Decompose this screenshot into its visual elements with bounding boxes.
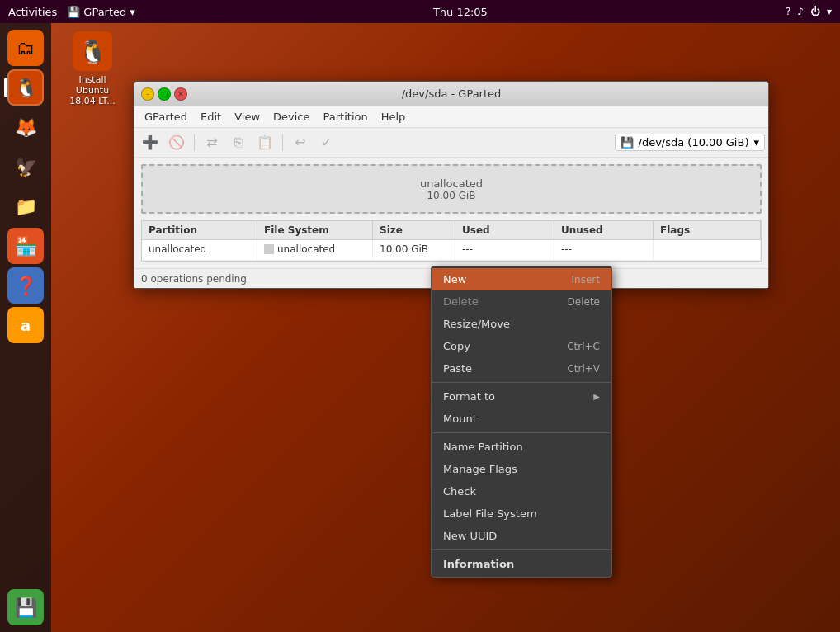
cell-unused: ---: [554, 240, 654, 260]
context-menu: New Insert Delete Delete Resize/Move Cop…: [431, 266, 612, 578]
ctx-new-shortcut: Insert: [572, 274, 600, 285]
dock-amazon-icon[interactable]: a: [7, 307, 44, 343]
ctx-new-label: New: [443, 273, 466, 285]
activities-label[interactable]: Activities: [8, 6, 57, 18]
dock-install-ubuntu-icon[interactable]: 🐧: [7, 69, 44, 106]
toolbar-paste-button[interactable]: 📋: [252, 131, 277, 154]
cell-used: ---: [455, 240, 554, 260]
ctx-sep-3: [432, 549, 611, 550]
menu-partition[interactable]: Partition: [317, 108, 375, 125]
toolbar-delete-button[interactable]: 🚫: [164, 131, 189, 154]
ctx-resize-move-label: Resize/Move: [443, 318, 510, 330]
status-text: 0 operations pending: [141, 273, 247, 285]
ctx-information-label: Information: [443, 558, 514, 570]
dock-gparted-icon[interactable]: 💾: [7, 589, 44, 625]
window-controls: – □ ✕: [141, 87, 187, 101]
dock-files-icon[interactable]: 🗂: [7, 30, 44, 66]
device-label: /dev/sda (10.00 GiB): [639, 136, 749, 149]
menu-edit[interactable]: Edit: [194, 108, 228, 125]
partition-table: Partition File System Size Used Unused F…: [141, 220, 762, 262]
menu-device[interactable]: Device: [267, 108, 316, 125]
ctx-delete-shortcut: Delete: [568, 296, 600, 308]
ctx-check[interactable]: Check: [432, 480, 611, 502]
ctx-format-to[interactable]: Format to ▶: [432, 385, 611, 408]
power-icon[interactable]: ⏻: [810, 6, 820, 17]
topbar-right: ? ♪ ⏻ ▾: [786, 6, 832, 17]
volume-icon[interactable]: ♪: [797, 6, 804, 17]
ctx-information[interactable]: Information: [432, 553, 611, 575]
cell-partition: unallocated: [142, 240, 257, 260]
ctx-format-to-arrow-icon: ▶: [593, 392, 600, 401]
menu-view[interactable]: View: [228, 108, 267, 125]
install-ubuntu-label: InstallUbuntu18.04 LT...: [69, 74, 116, 107]
desktop: 🐧 InstallUbuntu18.04 LT... – □ ✕ /dev/sd…: [51, 23, 840, 632]
col-header-filesystem: File System: [257, 221, 373, 239]
ctx-copy-shortcut: Ctrl+C: [567, 341, 600, 352]
cell-filesystem: unallocated: [257, 240, 373, 260]
gparted-app-arrow: ▾: [130, 6, 135, 18]
window-close-button[interactable]: ✕: [174, 87, 187, 101]
ctx-check-label: Check: [443, 485, 476, 498]
col-header-size: Size: [373, 221, 455, 239]
ctx-manage-flags[interactable]: Manage Flags: [432, 458, 611, 480]
ctx-new-uuid[interactable]: New UUID: [432, 525, 611, 547]
window-minimize-button[interactable]: –: [141, 87, 154, 101]
ctx-name-partition[interactable]: Name Partition: [432, 436, 611, 458]
table-row[interactable]: unallocated unallocated 10.00 GiB --- --…: [142, 240, 761, 261]
col-header-partition: Partition: [142, 221, 257, 239]
ctx-sep-1: [432, 382, 611, 383]
menu-gparted[interactable]: GParted: [138, 108, 194, 125]
gparted-app-indicator[interactable]: 💾 GParted ▾: [67, 6, 135, 18]
table-header: Partition File System Size Used Unused F…: [142, 221, 761, 240]
dock: 🗂 🐧 🦊 🦅 📁 🏪 ❓ a 💾: [0, 23, 51, 632]
gparted-window: – □ ✕ /dev/sda - GParted GParted Edit Vi…: [134, 81, 769, 289]
dock-files-manager-icon[interactable]: 📁: [7, 188, 44, 224]
ctx-copy-label: Copy: [443, 340, 470, 352]
toolbar-new-button[interactable]: ➕: [138, 131, 163, 154]
system-menu-arrow[interactable]: ▾: [827, 6, 832, 17]
dock-firefox-icon[interactable]: 🦊: [7, 109, 44, 145]
dock-software-center-icon[interactable]: 🏪: [7, 228, 44, 264]
toolbar-sep-1: [194, 134, 195, 151]
topbar-clock: Thu 12:05: [433, 6, 488, 18]
ctx-new-uuid-label: New UUID: [443, 530, 497, 542]
toolbar-apply-button[interactable]: ✓: [314, 131, 339, 154]
ctx-label-filesystem-label: Label File System: [443, 507, 537, 520]
ctx-resize-move[interactable]: Resize/Move: [432, 313, 611, 335]
col-header-flags: Flags: [654, 221, 761, 239]
toolbar-resize-button[interactable]: ⇄: [200, 131, 224, 154]
ctx-new[interactable]: New Insert: [432, 268, 611, 290]
fs-indicator: unallocated: [264, 243, 335, 255]
toolbar-copy-button[interactable]: ⎘: [226, 131, 251, 154]
window-title: /dev/sda - GParted: [402, 87, 502, 100]
gparted-app-name: GParted: [83, 6, 126, 18]
ctx-label-filesystem[interactable]: Label File System: [432, 502, 611, 525]
device-icon: 💾: [621, 136, 634, 149]
ctx-name-partition-label: Name Partition: [443, 441, 523, 453]
help-sys-icon[interactable]: ?: [786, 6, 790, 17]
ctx-paste-label: Paste: [443, 362, 472, 375]
fs-color-box: [264, 244, 274, 254]
device-selector[interactable]: 💾 /dev/sda (10.00 GiB) ▾: [615, 134, 765, 151]
ctx-mount[interactable]: Mount: [432, 408, 611, 430]
topbar-left: Activities 💾 GParted ▾: [8, 6, 135, 18]
window-titlebar: – □ ✕ /dev/sda - GParted: [134, 82, 768, 106]
ctx-mount-label: Mount: [443, 413, 477, 425]
ctx-paste[interactable]: Paste Ctrl+V: [432, 357, 611, 380]
window-maximize-button[interactable]: □: [158, 87, 171, 101]
ctx-copy[interactable]: Copy Ctrl+C: [432, 335, 611, 357]
disk-visualization[interactable]: unallocated 10.00 GiB: [141, 164, 762, 214]
ctx-delete[interactable]: Delete Delete: [432, 290, 611, 313]
ctx-manage-flags-label: Manage Flags: [443, 463, 517, 475]
menu-help[interactable]: Help: [375, 108, 413, 125]
toolbar-sep-2: [282, 134, 283, 151]
col-header-unused: Unused: [554, 221, 654, 239]
col-header-used: Used: [455, 221, 554, 239]
device-arrow-icon: ▾: [753, 136, 759, 149]
dock-help-icon[interactable]: ❓: [7, 267, 44, 304]
disk-vis-size: 10.00 GiB: [420, 190, 483, 201]
disk-vis-content: unallocated 10.00 GiB: [420, 177, 483, 201]
toolbar-undo-button[interactable]: ↩: [288, 131, 313, 154]
install-ubuntu-desktop-icon[interactable]: 🐧 InstallUbuntu18.04 LT...: [59, 31, 125, 107]
dock-thunderbird-icon[interactable]: 🦅: [7, 149, 44, 185]
